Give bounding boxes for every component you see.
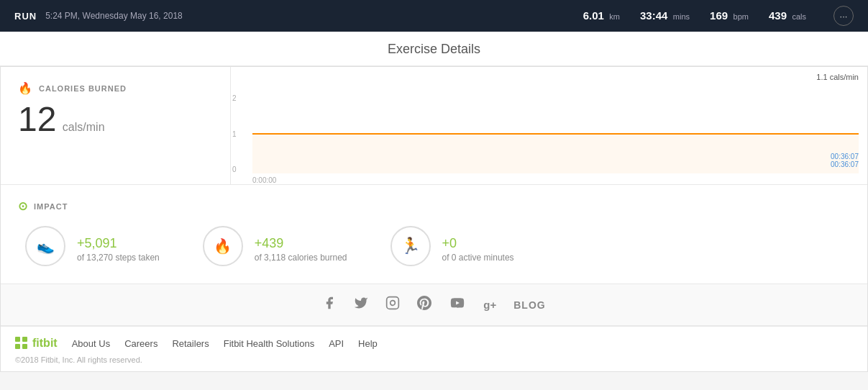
distance-value: 6.01 [583,9,604,22]
pinterest-icon[interactable] [417,296,431,314]
chart-fill [252,134,859,173]
footer-link-health[interactable]: Fitbit Health Solutions [224,338,314,349]
calories-label: CALORIES BURNED [39,84,127,93]
chart-line [252,133,859,135]
time-value: 33:44 [640,9,667,22]
cals-icon-circle: 🔥 [203,226,243,266]
impact-icon: ⊙ [18,199,28,213]
footer: fitbit About Us Careers Retailers Fitbit… [1,326,867,371]
chart-x-labels: 0:00:00 [252,173,859,184]
steps-sub: of 13,270 steps taken [77,253,160,263]
more-button[interactable]: ··· [833,6,854,26]
logo-dots [15,337,28,350]
calories-display: 12 cals/min [18,102,213,137]
footer-link-api[interactable]: API [329,338,344,349]
youtube-icon[interactable] [449,296,466,314]
steps-value: +5,091 [77,230,160,253]
impact-stat-cals: 🔥 +439 of 3,118 calories burned [203,226,347,266]
cals-text: +439 of 3,118 calories burned [255,230,347,263]
cals-sub: of 3,118 calories burned [255,253,347,263]
footer-nav: fitbit About Us Careers Retailers Fitbit… [15,337,853,350]
active-icon-circle: 🏃 [390,226,431,266]
bpm-unit: bpm [734,12,749,21]
chart-end-label: 00:36:07 00:36:07 [831,153,859,168]
steps-icon-circle: 👟 [25,226,65,266]
logo-text: fitbit [32,337,58,350]
stat-distance: 6.01 km [583,9,620,22]
fitbit-logo: fitbit [15,337,58,350]
footer-link-retailers[interactable]: Retailers [172,338,209,349]
chart-y-labels: 2 1 0 [232,94,237,173]
cals-value: 439 [769,9,787,22]
blog-link[interactable]: BLOG [513,299,545,311]
active-sub: of 0 active minutes [442,253,514,263]
instagram-icon[interactable] [385,296,400,314]
time-unit: mins [673,12,690,21]
footer-link-help[interactable]: Help [358,338,378,349]
social-icons: g+ BLOG [1,296,867,314]
calories-chart: 1.1 cals/min 2 1 0 0:00:00 00:36:07 00:3… [231,67,867,184]
impact-stat-steps: 👟 +5,091 of 13,270 steps taken [25,226,160,266]
footer-link-careers[interactable]: Careers [124,338,157,349]
svg-rect-0 [387,297,399,309]
y-label-2: 2 [232,94,237,102]
active-value: +0 [442,230,514,253]
calories-left: 🔥 CALORIES BURNED 12 cals/min [1,67,231,184]
y-label-1: 1 [232,130,237,138]
calories-title: 🔥 CALORIES BURNED [18,81,213,95]
impact-section: ⊙ IMPACT 👟 +5,091 of 13,270 steps taken … [1,185,867,284]
footer-link-about[interactable]: About Us [72,338,110,349]
facebook-icon[interactable] [322,296,337,314]
impact-stat-active: 🏃 +0 of 0 active minutes [390,226,514,266]
twitter-icon[interactable] [354,296,368,314]
chart-area [252,94,859,173]
impact-label: IMPACT [34,202,68,211]
active-text: +0 of 0 active minutes [442,230,514,263]
cals-burned-value: +439 [255,230,347,253]
copyright: ©2018 Fitbit, Inc. All rights reserved. [15,355,853,364]
fire-icon: 🔥 [18,81,33,95]
activity-type: RUN [14,11,37,22]
stat-cals: 439 cals [769,9,806,22]
y-label-0: 0 [232,165,237,173]
impact-stats: 👟 +5,091 of 13,270 steps taken 🔥 +439 of… [18,226,850,266]
googleplus-icon[interactable]: g+ [483,299,496,311]
calories-value: 12 [18,100,56,138]
cals-unit: cals [792,12,806,21]
page-title: Exercise Details [0,32,868,66]
stat-bpm: 169 bpm [710,9,749,22]
x-label-start: 0:00:00 [252,176,276,184]
datetime: 5:24 PM, Wednesday May 16, 2018 [45,11,183,21]
chart-top-label: 1.1 cals/min [816,73,859,81]
stat-time: 33:44 mins [640,9,690,22]
header-stats: 6.01 km 33:44 mins 169 bpm 439 cals ··· [583,6,854,26]
steps-text: +5,091 of 13,270 steps taken [77,230,160,263]
calories-unit: cals/min [63,121,105,133]
impact-title: ⊙ IMPACT [18,199,850,213]
social-section: g+ BLOG [1,284,867,326]
distance-unit: km [609,12,620,21]
bpm-value: 169 [710,9,728,22]
header-bar: RUN 5:24 PM, Wednesday May 16, 2018 6.01… [0,0,868,32]
main-content: 🔥 CALORIES BURNED 12 cals/min 1.1 cals/m… [0,66,868,372]
calories-section: 🔥 CALORIES BURNED 12 cals/min 1.1 cals/m… [1,67,867,185]
